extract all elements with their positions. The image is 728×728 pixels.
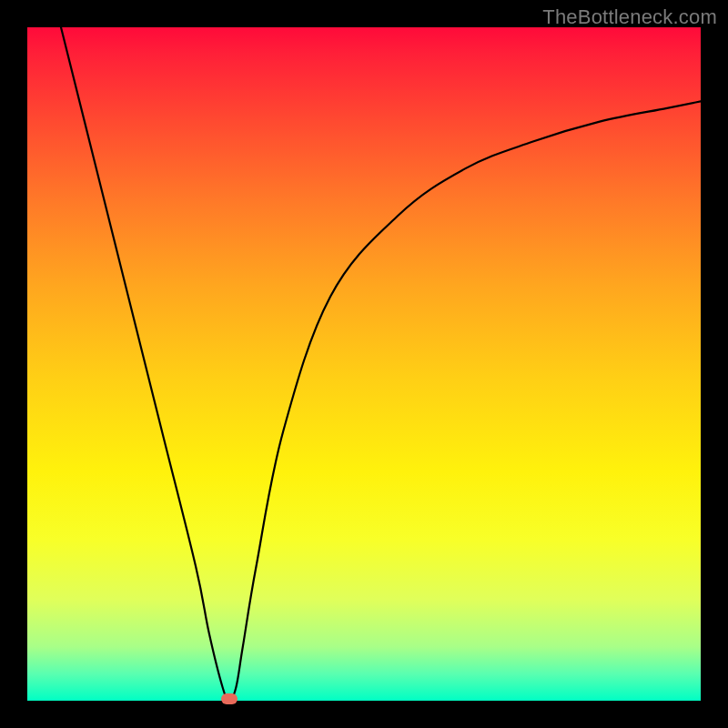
optimal-point-marker — [221, 693, 238, 704]
bottleneck-curve — [27, 27, 701, 701]
chart-plot-area — [27, 27, 701, 701]
watermark-label: TheBottleneck.com — [542, 5, 717, 29]
